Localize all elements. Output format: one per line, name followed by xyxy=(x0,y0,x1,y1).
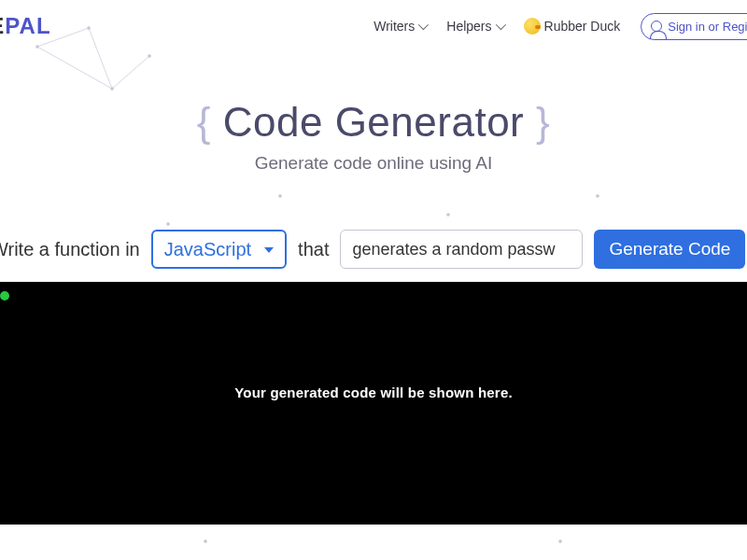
brace-open-icon: { xyxy=(197,99,211,145)
prompt-mid: that xyxy=(298,239,329,260)
svg-point-9 xyxy=(447,214,450,217)
code-output-placeholder: Your generated code will be shown here. xyxy=(0,385,747,400)
svg-point-12 xyxy=(204,540,207,543)
svg-point-5 xyxy=(111,88,114,91)
svg-line-3 xyxy=(112,56,149,89)
chevron-down-icon xyxy=(418,20,429,30)
prompt-prefix: Write a function in xyxy=(0,239,140,260)
page-title: { Code Generator } xyxy=(0,99,747,146)
svg-line-0 xyxy=(37,47,112,89)
language-select[interactable]: JavaScript xyxy=(151,230,287,269)
prompt-row: Write a function in JavaScript that Gene… xyxy=(0,230,747,269)
task-input[interactable] xyxy=(340,230,583,269)
svg-point-7 xyxy=(148,55,151,58)
nav-helpers[interactable]: Helpers xyxy=(446,19,502,34)
window-controls xyxy=(0,291,9,301)
signin-button[interactable]: Sign in or Regis xyxy=(641,13,747,40)
brand-part2: PAL xyxy=(5,13,50,38)
svg-point-8 xyxy=(279,195,282,198)
rubber-duck-icon xyxy=(524,18,541,35)
svg-point-11 xyxy=(167,223,170,226)
header: DEPAL Writers Helpers Rubber Duck Sign i… xyxy=(0,0,747,52)
nav-rubber-duck-label: Rubber Duck xyxy=(544,19,621,34)
generate-code-button[interactable]: Generate Code xyxy=(594,230,745,269)
svg-point-13 xyxy=(559,540,562,543)
brand-logo[interactable]: DEPAL xyxy=(0,13,51,39)
brace-close-icon: } xyxy=(536,99,550,145)
language-select-value: JavaScript xyxy=(164,239,251,259)
signin-label: Sign in or Regis xyxy=(668,20,747,34)
nav-helpers-label: Helpers xyxy=(446,19,491,34)
code-output-panel: Your generated code will be shown here. xyxy=(0,282,747,525)
dropdown-caret-icon xyxy=(264,247,274,253)
user-icon xyxy=(651,21,662,32)
nav-writers[interactable]: Writers xyxy=(374,19,426,34)
svg-point-10 xyxy=(597,195,599,198)
traffic-light-icon xyxy=(0,291,9,301)
page-title-text: Code Generator xyxy=(223,99,525,145)
nav-links: Writers Helpers Rubber Duck Sign in or R… xyxy=(374,13,747,40)
nav-rubber-duck[interactable]: Rubber Duck xyxy=(524,18,621,35)
hero: { Code Generator } Generate code online … xyxy=(0,99,747,174)
chevron-down-icon xyxy=(495,20,505,30)
nav-writers-label: Writers xyxy=(374,19,415,34)
page-subtitle: Generate code online using AI xyxy=(0,153,747,174)
